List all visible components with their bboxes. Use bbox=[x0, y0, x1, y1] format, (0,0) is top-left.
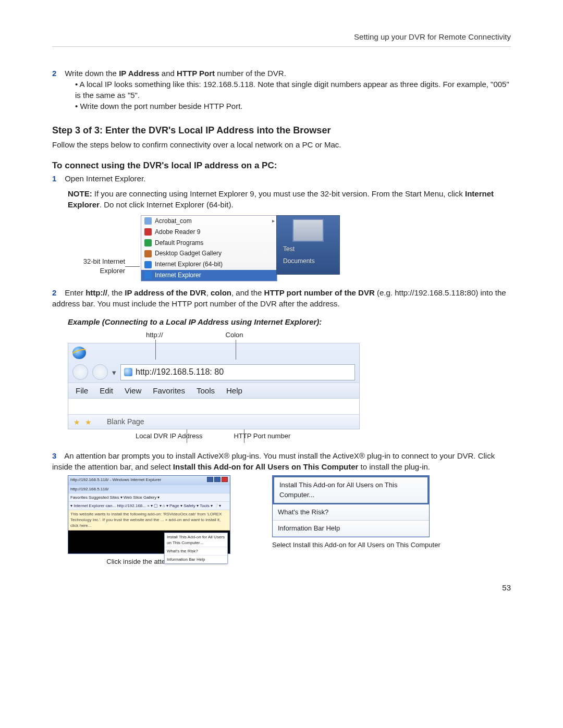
app-icon bbox=[144, 217, 152, 225]
b: http:// bbox=[85, 288, 107, 297]
t: (e.g. http://192.168.5.118 bbox=[375, 288, 464, 297]
b: IP Address bbox=[119, 69, 160, 78]
menu-edit[interactable]: Edit bbox=[100, 385, 113, 396]
fig3-left: http://192.168.5.118/ - Windows Internet… bbox=[68, 475, 230, 566]
fig3-right: Install This Add-on for All Users on Thi… bbox=[272, 475, 440, 550]
menu-file[interactable]: File bbox=[76, 385, 88, 396]
b: HTTP Port bbox=[177, 69, 215, 78]
step-pc-3: 3 An attention bar prompts you to instal… bbox=[52, 450, 511, 472]
label: Adobe Reader 9 bbox=[155, 228, 200, 237]
callout-line bbox=[155, 340, 156, 360]
t: to install the plug-in. bbox=[358, 462, 430, 471]
step3-intro: Follow the steps below to confirm connec… bbox=[52, 139, 511, 150]
page-icon bbox=[124, 368, 132, 376]
t: , and the bbox=[231, 288, 264, 297]
user-picture bbox=[292, 219, 324, 242]
context-menu: Install This Add-on for All Users on Thi… bbox=[164, 533, 228, 564]
step-pc-2: 2 Enter http://, the IP address of the D… bbox=[52, 287, 511, 309]
menu-item[interactable]: Desktop Gadget Gallery bbox=[141, 248, 277, 259]
t: Write down the bbox=[65, 69, 119, 78]
ctx-install[interactable]: Install This Add-on for All Users on Thi… bbox=[165, 533, 227, 547]
callout-ip: Local DVR IP Address bbox=[136, 431, 202, 441]
callouts-top: http:// Colon bbox=[68, 330, 360, 340]
tab-label[interactable]: Blank Page bbox=[107, 417, 144, 427]
app-icon bbox=[144, 250, 152, 257]
favorites-star-icon[interactable]: ★ bbox=[74, 417, 82, 426]
ie-top-row bbox=[68, 343, 359, 361]
label: Acrobat_com bbox=[155, 217, 192, 226]
menu-item[interactable]: Adobe Reader 9 bbox=[141, 227, 277, 238]
callout-port: HTTP Port number bbox=[234, 431, 290, 441]
ie-logo-icon bbox=[72, 347, 86, 359]
example-heading: Example (Connecting to a Local IP Addres… bbox=[68, 316, 511, 327]
back-button[interactable] bbox=[72, 364, 88, 380]
menu-favorites[interactable]: Favorites bbox=[153, 385, 185, 396]
titlebar: http://192.168.5.118/ - Windows Internet… bbox=[68, 476, 230, 485]
menu-help[interactable]: Help bbox=[226, 385, 242, 396]
callout-colon: Colon bbox=[226, 330, 243, 340]
menu-item-selected[interactable]: Internet Explorer bbox=[141, 270, 277, 281]
callouts-bottom: Local DVR IP Address HTTP Port number bbox=[68, 431, 360, 441]
nav-row: http://192.168.5.118/ bbox=[68, 485, 230, 493]
callout-http: http:// bbox=[146, 330, 163, 340]
ie-window: ▾ http://192.168.5.118: 80 File Edit Vie… bbox=[68, 343, 360, 429]
callout-line bbox=[236, 340, 236, 360]
t: number of the DVR. bbox=[215, 69, 286, 78]
favorites-row: Favorites Suggested Sites ▾ Web Slice Ga… bbox=[68, 493, 230, 502]
ie-menubar: File Edit View Favorites Tools Help bbox=[68, 382, 359, 399]
forward-button[interactable] bbox=[92, 364, 108, 380]
ctx-risk[interactable]: What's the Risk? bbox=[273, 504, 429, 521]
step-number: 2 bbox=[52, 68, 63, 79]
ctx-help[interactable]: Information Bar Help bbox=[165, 556, 227, 563]
step-pc-1: 1 Open Internet Explorer. NOTE: If you a… bbox=[52, 173, 511, 210]
t: , bbox=[206, 288, 211, 297]
label: Internet Explorer (64-bit) bbox=[155, 260, 223, 269]
add-favorites-icon[interactable]: ★ bbox=[85, 417, 93, 426]
step3-heading: Step 3 of 3: Enter the DVR's Local IP Ad… bbox=[52, 124, 511, 137]
figure-activex: http://192.168.5.118/ - Windows Internet… bbox=[68, 475, 511, 566]
ctx-install[interactable]: Install This Add-on for All Users on Thi… bbox=[273, 476, 429, 504]
step-text: An attention bar prompts you to install … bbox=[52, 451, 495, 471]
window-title: http://192.168.5.118/ - Windows Internet… bbox=[70, 477, 161, 484]
step-number: 3 bbox=[52, 450, 63, 461]
figure-ie-addressbar: http:// Colon ▾ http://192.168.5.118: 80… bbox=[68, 330, 360, 441]
fig1-caption: 32-bit Internet Explorer bbox=[68, 257, 125, 276]
b: IP address of the DVR bbox=[125, 288, 206, 297]
ie-icon bbox=[144, 261, 152, 268]
address-bar[interactable]: http://192.168.5.118: 80 bbox=[120, 364, 355, 380]
step-text: Open Internet Explorer. bbox=[65, 174, 145, 183]
label: Internet Explorer bbox=[155, 271, 201, 280]
rp-label[interactable]: Test bbox=[277, 242, 339, 254]
menu-item[interactable]: Internet Explorer (64-bit) bbox=[141, 259, 277, 270]
start-menu-right-pane: Test Documents bbox=[276, 215, 340, 275]
label: Default Programs bbox=[155, 239, 203, 248]
ie-tabbar: ★ ★ Blank Page bbox=[68, 414, 359, 429]
rp-label[interactable]: Documents bbox=[277, 254, 339, 266]
menu-view[interactable]: View bbox=[125, 385, 141, 396]
chevron-right-icon: ▸ bbox=[272, 217, 275, 225]
figure-start-menu: 32-bit Internet Explorer Acrobat_com▸ Ad… bbox=[68, 215, 511, 278]
step-2-text: Write down the IP Address and HTTP Port … bbox=[65, 69, 286, 78]
bullet: A local IP looks something like this: 19… bbox=[75, 79, 511, 101]
t: and bbox=[160, 69, 177, 78]
menu-item[interactable]: Acrobat_com▸ bbox=[141, 216, 277, 227]
attention-bar[interactable]: This website wants to install the follow… bbox=[68, 510, 230, 530]
menu-item[interactable]: Default Programs bbox=[141, 238, 277, 249]
app-icon bbox=[144, 228, 152, 236]
start-menu: Acrobat_com▸ Adobe Reader 9 Default Prog… bbox=[141, 215, 277, 281]
ctx-risk[interactable]: What's the Risk? bbox=[165, 547, 227, 556]
t: If you are connecting using Internet Exp… bbox=[92, 189, 465, 198]
header-rule bbox=[52, 46, 511, 47]
dropdown-icon[interactable]: ▾ bbox=[112, 367, 116, 378]
step-number: 1 bbox=[52, 173, 63, 184]
window-buttons[interactable] bbox=[206, 477, 228, 484]
ctx-help[interactable]: Information Bar Help bbox=[273, 521, 429, 537]
address-text: http://192.168.5.118: 80 bbox=[136, 366, 224, 378]
menu-tools[interactable]: Tools bbox=[197, 385, 215, 396]
callout-line bbox=[187, 429, 187, 443]
ie-window-small: http://192.168.5.118/ - Windows Internet… bbox=[68, 475, 230, 553]
ie-nav-row: ▾ http://192.168.5.118: 80 bbox=[68, 361, 359, 382]
bullet: Write down the port number beside HTTP P… bbox=[75, 101, 511, 112]
step-number: 2 bbox=[52, 287, 63, 298]
context-menu-large: Install This Add-on for All Users on Thi… bbox=[272, 475, 430, 537]
